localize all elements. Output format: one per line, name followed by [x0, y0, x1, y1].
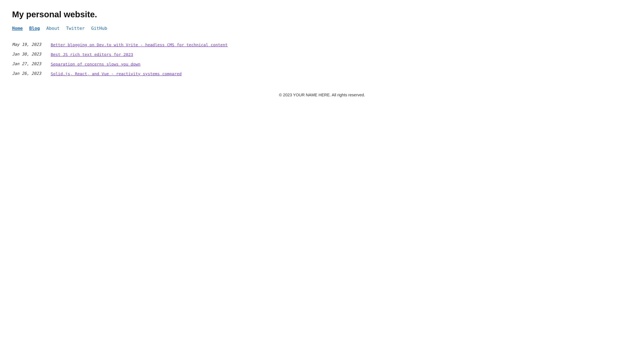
blog-date-4: Jan 26, 2023	[12, 71, 44, 76]
blog-link-4[interactable]: Solid.js, React, and Vue - reactivity sy…	[51, 71, 182, 77]
nav-home[interactable]: Home	[12, 26, 23, 31]
blog-date-2: Jan 30, 2023	[12, 52, 44, 56]
nav-twitter[interactable]: Twitter	[66, 26, 85, 31]
main-nav: Home Blog About Twitter GitHub	[12, 26, 632, 31]
site-title: My personal website.	[12, 10, 632, 19]
nav-about[interactable]: About	[46, 26, 60, 31]
nav-github[interactable]: GitHub	[91, 26, 107, 31]
nav-blog[interactable]: Blog	[29, 26, 40, 31]
footer: © 2023 YOUR NAME HERE. All rights reserv…	[12, 93, 632, 97]
blog-date-3: Jan 27, 2023	[12, 61, 44, 66]
footer-text: © 2023 YOUR NAME HERE. All rights reserv…	[279, 93, 365, 97]
blog-entry-3: Jan 27, 2023 Separation of concerns slow…	[12, 61, 632, 67]
blog-link-2[interactable]: Best JS rich text editors for 2023	[51, 52, 133, 57]
blog-entry-1: May 19, 2023 Better blogging on Dev.to w…	[12, 42, 632, 48]
blog-date-1: May 19, 2023	[12, 42, 44, 47]
blog-link-3[interactable]: Separation of concerns slows you down	[51, 61, 140, 67]
blog-entry-4: Jan 26, 2023 Solid.js, React, and Vue - …	[12, 71, 632, 77]
blog-list: May 19, 2023 Better blogging on Dev.to w…	[12, 42, 632, 77]
blog-entry-2: Jan 30, 2023 Best JS rich text editors f…	[12, 52, 632, 57]
blog-link-1[interactable]: Better blogging on Dev.to with Vrite - h…	[51, 42, 228, 48]
